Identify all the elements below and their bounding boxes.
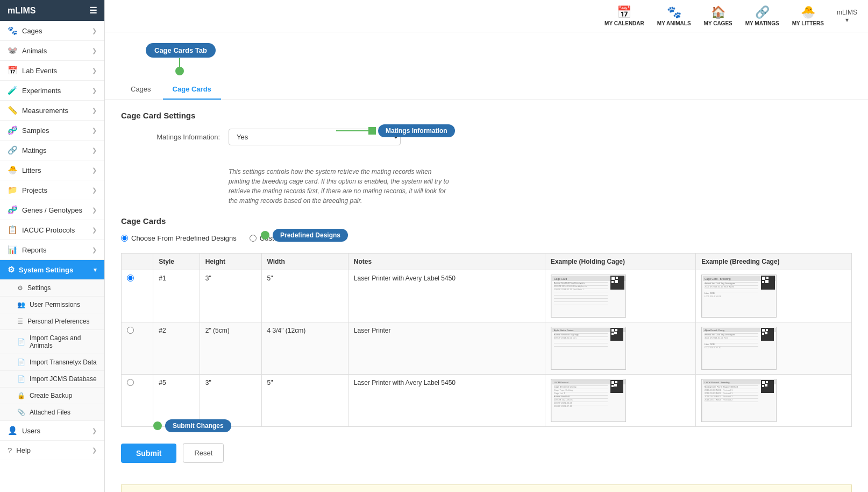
- sidebar-item-litters[interactable]: 🐣 Litters ❯: [0, 160, 104, 180]
- sidebar-item-matings[interactable]: 🔗 Matings ❯: [0, 140, 104, 160]
- svg-rect-71: [611, 381, 614, 384]
- svg-rect-24: [766, 277, 769, 279]
- sidebar-item-label: Experiments: [22, 87, 92, 95]
- sidebar-sub-attached-files[interactable]: 📎 Attached Files: [0, 404, 104, 421]
- sidebar: mLIMS ☰ 🐾 Cages ❯ 🐭 Animals ❯ 📅 Lab Even…: [0, 0, 105, 492]
- breeding-svg-2: Alpha Derrick Cheng: [702, 327, 776, 370]
- mlims-caret[interactable]: ▾: [845, 16, 849, 24]
- create-backup-label: Create Backup: [30, 392, 72, 399]
- radio-predefined-label[interactable]: Choose From Predefined Designs: [121, 234, 237, 242]
- sidebar-sub-settings[interactable]: ⚙ Settings: [0, 280, 104, 297]
- row1-radio[interactable]: [127, 275, 134, 282]
- sidebar-sub-import-cages[interactable]: 📄 Import Cages and Animals: [0, 330, 104, 354]
- tab-cages[interactable]: Cages: [121, 80, 161, 100]
- cages-arrow: ❯: [92, 27, 97, 34]
- topbar-my-matings[interactable]: 🔗 MY MATINGS: [745, 5, 779, 26]
- svg-rect-72: [615, 381, 617, 383]
- cage-cards-section: Cage Cards Choose From Predefined Design…: [121, 216, 852, 427]
- row1-holding-example: Cage Card: [545, 270, 695, 322]
- tab-cage-cards[interactable]: Cage Cards: [163, 80, 221, 100]
- svg-rect-13: [554, 298, 608, 299]
- matings-dot: [368, 127, 376, 135]
- svg-text:2018-09-11  A004 - Protocol 2: 2018-09-11 A004 - Protocol 2: [705, 398, 733, 401]
- row3-breeding-example: LSCM Protocol - Breeding: [696, 375, 852, 427]
- submit-tooltip-wrap: Submit Changes: [153, 419, 231, 432]
- row3-style: #5: [153, 375, 200, 427]
- svg-rect-102: [705, 402, 758, 402]
- personal-prefs-label: Personal Preferences: [27, 318, 89, 325]
- animals-top-icon: 🐾: [667, 5, 681, 19]
- svg-text:4001  M  2014-01-01  Red: 4001 M 2014-01-01 Red: [705, 336, 728, 339]
- sidebar-item-system-settings[interactable]: ⚙ System Settings ▾: [0, 260, 104, 280]
- sidebar-item-samples[interactable]: 🧬 Samples ❯: [0, 121, 104, 140]
- hamburger-icon[interactable]: ☰: [89, 5, 97, 16]
- col-width: Width: [261, 254, 348, 270]
- holding-svg-1: Cage Card: [551, 275, 625, 318]
- sidebar-sub-import-jcms[interactable]: 📄 Import JCMS Database: [0, 371, 104, 388]
- radio-predefined[interactable]: [121, 235, 128, 242]
- svg-text:2001  M  2014-03-15  Blue  Alp: 2001 M 2014-03-15 Blue Alpha: [705, 285, 735, 288]
- sidebar-sub-user-permissions[interactable]: 👥 User Permissions: [0, 297, 104, 313]
- breeding-thumb-2: Alpha Derrick Cheng: [701, 327, 777, 370]
- projects-arrow: ❯: [92, 187, 97, 194]
- sidebar-item-animals[interactable]: 🐭 Animals ❯: [0, 41, 104, 61]
- sidebar-item-measurements[interactable]: 📏 Measurements ❯: [0, 101, 104, 121]
- row1-notes: Laser Printer with Avery Label 5450: [348, 270, 545, 322]
- sidebar-item-label: Help: [16, 446, 92, 454]
- svg-rect-47: [554, 346, 608, 347]
- row2-holding-example: Alpha Status Canine: [545, 322, 695, 375]
- sidebar-item-genes-genotypes[interactable]: 🧬 Genes / Genotypes ❯: [0, 200, 104, 220]
- row3-holding-example: LSCM Protocol: [545, 375, 695, 427]
- matings-label: Matings Information:: [121, 129, 229, 141]
- sidebar-item-help[interactable]: ? Help ❯: [0, 441, 104, 460]
- sidebar-item-users[interactable]: 👤 Users ❯: [0, 421, 104, 441]
- row2-notes: Laser Printer: [348, 322, 545, 375]
- settings-sub-label: Settings: [27, 284, 51, 292]
- settings-sub-icon: ⚙: [17, 284, 23, 292]
- submit-button[interactable]: Submit: [121, 444, 176, 463]
- litters-arrow: ❯: [92, 167, 97, 174]
- personal-prefs-icon: ☰: [17, 318, 23, 325]
- svg-rect-93: [762, 381, 765, 384]
- sidebar-sub-import-transnetyx[interactable]: 📄 Import Transnetyx Data: [0, 354, 104, 371]
- topbar-my-calendar[interactable]: 📅 MY CALENDAR: [604, 5, 644, 26]
- matings-line: [336, 130, 368, 131]
- col-style: Style: [153, 254, 200, 270]
- breeding-thumb-3: LSCM Protocol - Breeding: [701, 379, 777, 422]
- samples-arrow: ❯: [92, 127, 97, 134]
- experiments-icon: 🧪: [8, 86, 18, 95]
- main-area: 📅 MY CALENDAR 🐾 MY ANIMALS 🏠 MY CAGES 🔗 …: [105, 0, 868, 492]
- import-cages-icon: 📄: [17, 338, 25, 346]
- col-breeding: Example (Breeding Cage): [696, 254, 852, 270]
- col-holding: Example (Holding Cage): [545, 254, 695, 270]
- sidebar-item-reports[interactable]: 📊 Reports ❯: [0, 240, 104, 260]
- row1-height: 3": [200, 270, 261, 322]
- reset-button[interactable]: Reset: [183, 443, 224, 463]
- topbar-my-cages[interactable]: 🏠 MY CAGES: [704, 5, 732, 26]
- svg-text:3001  F  2014-01-01  Grn: 3001 F 2014-01-01 Grn: [554, 336, 577, 339]
- sidebar-item-cages[interactable]: 🐾 Cages ❯: [0, 21, 104, 41]
- sidebar-submenu: ⚙ Settings 👥 User Permissions ☰ Personal…: [0, 280, 104, 421]
- sidebar-item-projects[interactable]: 📁 Projects ❯: [0, 180, 104, 200]
- tab-tooltip-area: Cage Cards Tab: [121, 43, 852, 75]
- sidebar-sub-create-backup[interactable]: 🔒 Create Backup: [0, 388, 104, 404]
- sidebar-sub-personal-prefs[interactable]: ☰ Personal Preferences: [0, 313, 104, 330]
- sidebar-item-experiments[interactable]: 🧪 Experiments ❯: [0, 81, 104, 101]
- genes-arrow: ❯: [92, 207, 97, 214]
- radio-group: Choose From Predefined Designs Customize…: [121, 234, 852, 242]
- sidebar-item-lab-events[interactable]: 📅 Lab Events ❯: [0, 61, 104, 81]
- sidebar-header: mLIMS ☰: [0, 0, 104, 21]
- holding-svg-2: Alpha Status Canine: [551, 327, 625, 370]
- svg-text:Animal  Sex  DoB  Tag  Genotyp: Animal Sex DoB Tag Genotypes: [554, 282, 585, 284]
- topbar-my-animals[interactable]: 🐾 MY ANIMALS: [657, 5, 691, 26]
- row2-radio[interactable]: [127, 327, 134, 334]
- sidebar-item-iacuc[interactable]: 📋 IACUC Protocols ❯: [0, 220, 104, 240]
- sidebar-item-label: IACUC Protocols: [22, 226, 92, 234]
- radio-customize[interactable]: [250, 235, 257, 242]
- system-settings-icon: ⚙: [8, 265, 15, 275]
- holding-thumb-1: Cage Card: [551, 275, 626, 318]
- topbar-my-litters[interactable]: 🐣 MY LITTERS: [792, 5, 824, 26]
- row3-radio[interactable]: [127, 379, 134, 386]
- breeding-thumb-1: Cage Card - Breeding: [701, 275, 777, 318]
- row2-style: #2: [153, 322, 200, 375]
